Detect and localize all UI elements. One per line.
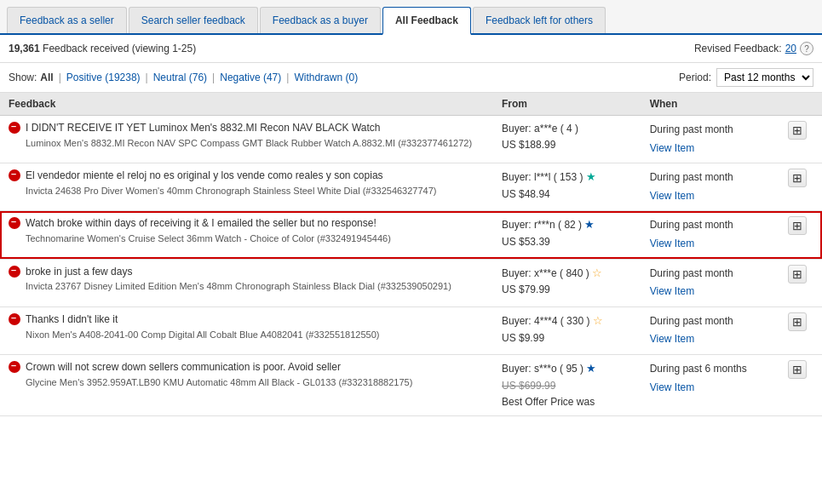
period-select[interactable]: Past 12 months Past 6 months Past month …	[716, 68, 813, 87]
action-icon[interactable]: ⊞	[788, 312, 807, 331]
col-header-feedback: Feedback	[0, 93, 493, 116]
price: US $48.94	[502, 188, 550, 200]
feedback-cell: Thanks I didn't like it Nixon Men's A408…	[0, 306, 493, 354]
price: US $9.99	[502, 332, 544, 344]
action-cell: ⊞	[773, 259, 822, 306]
negative-icon	[9, 361, 20, 373]
from-cell: Buyer: x***e ( 840 ) ☆ US $79.99	[493, 259, 641, 306]
table-row: Thanks I didn't like it Nixon Men's A408…	[0, 306, 822, 354]
filter-options: Show: All | Positive (19238) | Neutral (…	[9, 72, 358, 83]
buyer-name: Buyer: x***e ( 840 )	[502, 267, 589, 279]
filter-negative[interactable]: Negative (47)	[220, 72, 281, 83]
star-icon: ★	[586, 362, 596, 375]
action-icon[interactable]: ⊞	[788, 169, 807, 187]
view-item-link[interactable]: View Item	[650, 381, 694, 393]
star-icon: ☆	[592, 266, 602, 279]
view-item-link[interactable]: View Item	[650, 142, 694, 154]
buyer-name: Buyer: r***n ( 82 )	[502, 219, 582, 231]
feedback-cell: broke in just a few days Invicta 23767 D…	[0, 259, 493, 306]
view-item-link[interactable]: View Item	[650, 285, 694, 297]
action-cell: ⊞	[773, 163, 822, 211]
star-icon: ☆	[593, 314, 603, 327]
feedback-item-detail: Invicta 23767 Disney Limited Edition Men…	[26, 280, 485, 292]
buyer-name: Buyer: s***o ( 95 )	[502, 363, 583, 375]
feedback-time: During past 6 months	[650, 363, 747, 375]
table-row: El vendedor miente el reloj no es origin…	[0, 163, 822, 211]
feedback-item-detail: Technomarine Women's Cruise Select 36mm …	[26, 232, 485, 244]
star-icon: ★	[586, 170, 596, 183]
filter-neutral[interactable]: Neutral (76)	[153, 72, 207, 83]
tab-feedback-as-seller[interactable]: Feedback as a seller	[7, 7, 127, 33]
tab-feedback-as-buyer[interactable]: Feedback as a buyer	[260, 7, 381, 33]
price: US $79.99	[502, 284, 550, 295]
price: US $53.39	[502, 236, 550, 248]
tab-all-feedback[interactable]: All Feedback	[382, 7, 471, 35]
table-row: Watch broke within days of receiving it …	[0, 211, 822, 259]
action-icon[interactable]: ⊞	[788, 360, 807, 379]
buyer-name: Buyer: a***e ( 4 )	[502, 123, 578, 135]
feedback-item-detail: Invicta 24638 Pro Diver Women's 40mm Chr…	[26, 185, 485, 197]
revised-count-link[interactable]: 20	[785, 43, 796, 54]
tabs-bar: Feedback as a seller Search seller feedb…	[0, 0, 822, 35]
negative-icon	[9, 169, 20, 181]
action-cell: ⊞	[773, 211, 822, 259]
table-row: Crown will not screw down sellers commun…	[0, 354, 822, 415]
price: US $188.99	[502, 139, 555, 151]
table-row: I DIDN'T RECEIVE IT YET Luminox Men's 88…	[0, 116, 822, 163]
view-item-link[interactable]: View Item	[650, 190, 694, 202]
action-cell: ⊞	[773, 116, 822, 163]
feedback-time: During past month	[650, 315, 733, 327]
feedback-content: Thanks I didn't like it Nixon Men's A408…	[26, 312, 485, 341]
when-cell: During past month View Item	[641, 163, 773, 211]
feedback-item-detail: Nixon Men's A408-2041-00 Comp Digital Al…	[26, 329, 485, 341]
show-label: Show:	[9, 72, 37, 83]
col-header-from: From	[493, 93, 641, 116]
when-cell: During past month View Item	[641, 211, 773, 259]
tab-feedback-left-for-others[interactable]: Feedback left for others	[473, 7, 606, 33]
view-item-link[interactable]: View Item	[650, 333, 694, 345]
feedback-content: I DIDN'T RECEIVE IT YET Luminox Men's 88…	[26, 121, 485, 149]
from-cell: Buyer: a***e ( 4 ) US $188.99	[493, 116, 641, 163]
when-cell: During past 6 months View Item	[641, 354, 773, 415]
when-cell: During past month View Item	[641, 116, 773, 163]
price-original: US $699.99	[502, 380, 555, 392]
action-icon[interactable]: ⊞	[788, 265, 807, 284]
feedback-title: El vendedor miente el reloj no es origin…	[26, 169, 485, 183]
best-offer-label: Best Offer Price was	[502, 396, 595, 408]
summary-bar: 19,361 Feedback received (viewing 1-25) …	[0, 35, 822, 63]
feedback-content: Watch broke within days of receiving it …	[26, 216, 485, 244]
from-cell: Buyer: s***o ( 95 ) ★ US $699.99Best Off…	[493, 354, 641, 415]
filter-all[interactable]: All	[40, 72, 53, 83]
feedback-time: During past month	[650, 267, 733, 279]
feedback-title: Thanks I didn't like it	[26, 312, 485, 327]
negative-icon	[9, 313, 20, 325]
tab-search-seller-feedback[interactable]: Search seller feedback	[129, 7, 258, 33]
negative-icon	[9, 266, 20, 278]
view-item-link[interactable]: View Item	[650, 238, 694, 249]
feedback-title: I DIDN'T RECEIVE IT YET Luminox Men's 88…	[26, 121, 485, 135]
filter-positive[interactable]: Positive (19238)	[66, 72, 141, 83]
feedback-title: Watch broke within days of receiving it …	[26, 216, 485, 231]
when-cell: During past month View Item	[641, 306, 773, 354]
from-cell: Buyer: 4***4 ( 330 ) ☆ US $9.99	[493, 306, 641, 354]
feedback-time: During past month	[650, 123, 733, 135]
revised-label: Revised Feedback:	[694, 43, 782, 54]
from-cell: Buyer: l***l ( 153 ) ★ US $48.94	[493, 163, 641, 211]
help-icon[interactable]: ?	[800, 42, 813, 55]
when-cell: During past month View Item	[641, 259, 773, 306]
from-cell: Buyer: r***n ( 82 ) ★ US $53.39	[493, 211, 641, 259]
revised-feedback-section: Revised Feedback: 20 ?	[694, 42, 813, 55]
buyer-name: Buyer: 4***4 ( 330 )	[502, 315, 589, 327]
action-icon[interactable]: ⊞	[788, 121, 807, 140]
feedback-content: El vendedor miente el reloj no es origin…	[26, 169, 485, 197]
feedback-item-detail: Glycine Men's 3952.959AT.LB90 KMU Automa…	[26, 376, 485, 388]
col-header-action	[773, 93, 822, 116]
feedback-item-detail: Luminox Men's 8832.MI Recon NAV SPC Comp…	[26, 137, 485, 149]
feedback-cell: Watch broke within days of receiving it …	[0, 211, 493, 259]
filter-withdrawn[interactable]: Withdrawn (0)	[294, 72, 358, 83]
feedback-title: Crown will not screw down sellers commun…	[26, 360, 485, 375]
negative-icon	[9, 122, 20, 134]
action-icon[interactable]: ⊞	[788, 216, 807, 235]
negative-icon	[9, 217, 20, 229]
feedback-content: Crown will not screw down sellers commun…	[26, 360, 485, 388]
